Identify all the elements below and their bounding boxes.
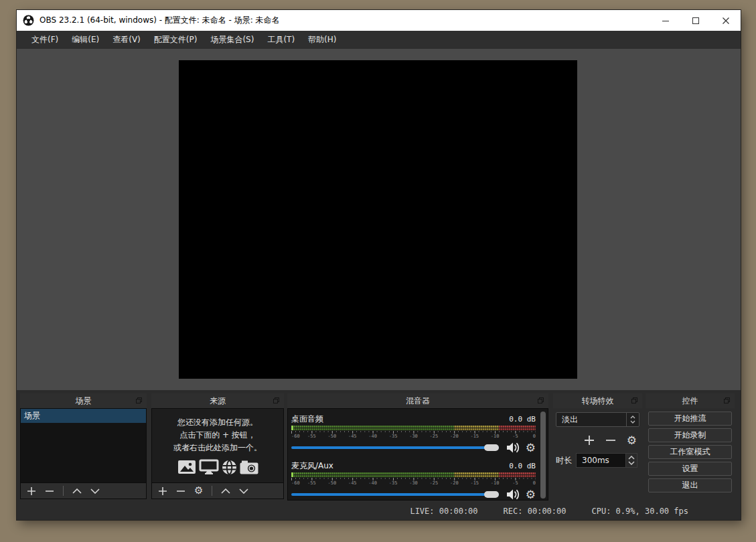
camera-source-icon <box>240 460 258 474</box>
scene-list-item-selected[interactable]: 场景 <box>21 409 146 423</box>
mixer-dock-header[interactable]: 混音器 <box>287 393 548 408</box>
meter-live-level <box>291 426 293 430</box>
obs-main-window: OBS 23.2.1 (64-bit, windows) - 配置文件: 未命名… <box>17 10 741 520</box>
mixer-dock-title: 混音器 <box>406 395 430 407</box>
source-type-icons <box>152 459 283 475</box>
scene-move-up-button[interactable] <box>72 488 82 494</box>
sources-dock-header[interactable]: 来源 <box>151 393 284 408</box>
scene-move-down-button[interactable] <box>90 488 100 494</box>
mute-button[interactable] <box>506 442 522 453</box>
statusbar: LIVE: 00:00:00 REC: 00:00:00 CPU: 0.9%, … <box>17 503 741 520</box>
sources-empty-text: 您还没有添加任何源。 <box>152 416 283 429</box>
controls-dock-title: 控件 <box>682 395 698 407</box>
program-canvas[interactable] <box>179 60 577 379</box>
status-cpu-fps: CPU: 0.9%, 30.00 fps <box>592 507 689 516</box>
status-live-time: LIVE: 00:00:00 <box>410 507 477 516</box>
menu-file[interactable]: 文件(F) <box>25 31 65 49</box>
volume-slider[interactable] <box>291 493 499 496</box>
channel-level-db: 0.0 dB <box>509 415 536 424</box>
sources-toolbar: ⚙ <box>151 483 284 499</box>
docks-row: 场景 场景 <box>17 390 741 503</box>
scenes-dock-header[interactable]: 场景 <box>20 393 147 408</box>
close-icon <box>722 17 730 25</box>
channel-settings-gear-icon[interactable]: ⚙ <box>526 442 536 454</box>
menu-profile[interactable]: 配置文件(P) <box>147 31 204 49</box>
studio-mode-button[interactable]: 工作室模式 <box>648 445 732 459</box>
transition-duration-row: 时长 <box>556 453 639 468</box>
volume-slider[interactable] <box>291 446 499 449</box>
transitions-dock: 转场特效 淡出 <box>553 393 642 499</box>
remove-scene-button[interactable] <box>45 486 54 496</box>
speaker-icon <box>506 442 520 453</box>
source-move-up-button[interactable] <box>221 488 230 494</box>
image-source-icon <box>177 460 196 474</box>
transition-properties-gear-icon[interactable]: ⚙ <box>627 435 637 446</box>
remove-source-button[interactable] <box>176 486 185 496</box>
transition-select-spinner[interactable] <box>626 413 639 426</box>
menu-tools[interactable]: 工具(T) <box>260 31 301 49</box>
transition-selected-value: 淡出 <box>556 413 626 426</box>
volume-meter <box>291 426 536 430</box>
minimize-button[interactable] <box>650 10 680 31</box>
transitions-dock-header[interactable]: 转场特效 <box>553 393 642 408</box>
dock-float-icon[interactable] <box>538 397 544 403</box>
source-move-down-button[interactable] <box>239 488 248 494</box>
menu-view[interactable]: 查看(V) <box>106 31 147 49</box>
sources-empty-area[interactable]: 您还没有添加任何源。 点击下面的 + 按钮， 或者右击此处添加一个。 <box>151 408 284 483</box>
volume-slider-handle[interactable] <box>484 491 499 498</box>
maximize-button[interactable] <box>680 10 710 31</box>
add-scene-button[interactable] <box>27 486 36 496</box>
duration-input[interactable] <box>576 453 625 468</box>
dock-float-icon[interactable] <box>724 397 730 403</box>
start-streaming-button[interactable]: 开始推流 <box>648 412 732 426</box>
maximize-icon <box>692 17 700 25</box>
add-source-button[interactable] <box>158 486 167 496</box>
source-properties-button[interactable]: ⚙ <box>194 486 203 496</box>
plus-icon <box>27 486 36 496</box>
minus-icon <box>176 486 185 496</box>
sources-empty-text: 点击下面的 + 按钮， <box>152 429 283 442</box>
toolbar-separator <box>63 486 64 496</box>
window-title: OBS 23.2.1 (64-bit, windows) - 配置文件: 未命名… <box>40 15 650 26</box>
dock-float-icon[interactable] <box>631 397 637 403</box>
mixer-body: 桌面音频 0.0 dB -60 -55 -50 -45 -40 <box>287 408 548 501</box>
chevron-down-icon <box>628 461 635 465</box>
start-recording-button[interactable]: 开始录制 <box>648 428 732 442</box>
browser-source-icon <box>222 460 237 475</box>
transition-select[interactable]: 淡出 <box>556 412 639 427</box>
exit-button[interactable]: 退出 <box>648 478 732 492</box>
chevron-down-icon <box>90 488 100 494</box>
remove-transition-button[interactable] <box>605 435 616 446</box>
menu-edit[interactable]: 编辑(E) <box>65 31 106 49</box>
sources-empty-text: 或者右击此处添加一个。 <box>152 442 283 454</box>
duration-label: 时长 <box>556 455 572 466</box>
toolbar-separator <box>212 486 212 496</box>
mute-button[interactable] <box>506 489 522 500</box>
menubar: 文件(F) 编辑(E) 查看(V) 配置文件(P) 场景集合(S) 工具(T) … <box>17 31 741 49</box>
dock-float-icon[interactable] <box>136 397 142 403</box>
meter-scale-labels: -60 -55 -50 -45 -40 -35 -30 -25 -20 -15 … <box>291 480 536 486</box>
settings-button[interactable]: 设置 <box>648 462 732 476</box>
plus-icon <box>158 486 167 496</box>
window-controls <box>650 10 741 31</box>
controls-dock-header[interactable]: 控件 <box>646 393 735 408</box>
preview-area <box>17 49 741 390</box>
speaker-icon <box>506 489 520 500</box>
duration-spinner[interactable] <box>625 453 637 468</box>
scenes-dock: 场景 场景 <box>20 393 147 499</box>
close-button[interactable] <box>710 10 741 31</box>
volume-slider-handle[interactable] <box>484 444 499 451</box>
menu-scene-collection[interactable]: 场景集合(S) <box>204 31 260 49</box>
dock-float-icon[interactable] <box>273 397 279 403</box>
mixer-scrollbar[interactable] <box>540 412 546 499</box>
menu-help[interactable]: 帮助(H) <box>301 31 343 49</box>
chevron-up-icon <box>630 416 635 419</box>
mixer-dock: 混音器 桌面音频 0.0 dB <box>287 393 548 499</box>
transitions-body: 淡出 ⚙ 时长 <box>553 408 642 468</box>
channel-settings-gear-icon[interactable]: ⚙ <box>526 489 536 501</box>
transitions-dock-title: 转场特效 <box>582 395 614 407</box>
transition-buttons: ⚙ <box>556 434 637 446</box>
meter-scale-labels: -60 -55 -50 -45 -40 -35 -30 -25 -20 -15 … <box>291 434 536 440</box>
add-transition-button[interactable] <box>584 435 595 446</box>
scene-list[interactable]: 场景 <box>20 408 147 483</box>
